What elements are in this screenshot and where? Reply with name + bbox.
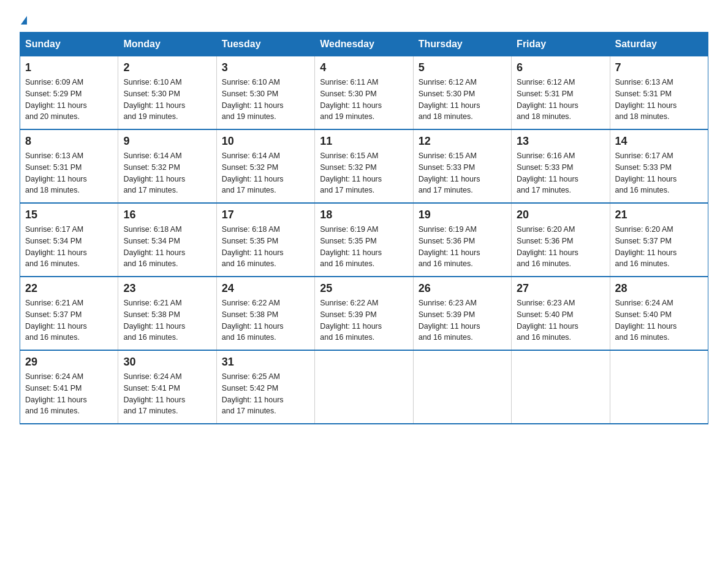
day-info: Sunrise: 6:19 AMSunset: 5:35 PMDaylight:… xyxy=(320,224,408,270)
calendar-header: SundayMondayTuesdayWednesdayThursdayFrid… xyxy=(20,33,708,56)
day-number: 3 xyxy=(222,61,309,74)
calendar-cell: 23Sunrise: 6:21 AMSunset: 5:38 PMDayligh… xyxy=(118,277,216,350)
header-day-sunday: Sunday xyxy=(20,33,118,56)
day-info: Sunrise: 6:18 AMSunset: 5:35 PMDaylight:… xyxy=(222,224,309,270)
calendar-body: 1Sunrise: 6:09 AMSunset: 5:29 PMDaylight… xyxy=(20,56,708,424)
day-number: 30 xyxy=(123,356,211,369)
day-info: Sunrise: 6:09 AMSunset: 5:29 PMDaylight:… xyxy=(25,77,113,123)
day-info: Sunrise: 6:24 AMSunset: 5:41 PMDaylight:… xyxy=(25,371,113,417)
day-number: 31 xyxy=(222,356,309,369)
header-day-wednesday: Wednesday xyxy=(315,33,413,56)
header-day-friday: Friday xyxy=(512,33,610,56)
day-info: Sunrise: 6:24 AMSunset: 5:41 PMDaylight:… xyxy=(123,371,211,417)
day-info: Sunrise: 6:14 AMSunset: 5:32 PMDaylight:… xyxy=(222,150,309,196)
day-info: Sunrise: 6:23 AMSunset: 5:39 PMDaylight:… xyxy=(419,297,506,343)
day-number: 10 xyxy=(222,135,309,148)
calendar-cell: 30Sunrise: 6:24 AMSunset: 5:41 PMDayligh… xyxy=(118,350,216,424)
logo-text xyxy=(20,15,27,25)
calendar-cell xyxy=(610,350,708,424)
day-info: Sunrise: 6:10 AMSunset: 5:30 PMDaylight:… xyxy=(123,77,211,123)
header-day-thursday: Thursday xyxy=(413,33,511,56)
calendar-cell: 31Sunrise: 6:25 AMSunset: 5:42 PMDayligh… xyxy=(216,350,314,424)
day-number: 5 xyxy=(419,61,506,74)
day-info: Sunrise: 6:25 AMSunset: 5:42 PMDaylight:… xyxy=(222,371,309,417)
calendar-cell: 7Sunrise: 6:13 AMSunset: 5:31 PMDaylight… xyxy=(610,56,708,130)
calendar-cell: 22Sunrise: 6:21 AMSunset: 5:37 PMDayligh… xyxy=(20,277,118,350)
calendar-cell: 12Sunrise: 6:15 AMSunset: 5:33 PMDayligh… xyxy=(413,129,511,203)
day-number: 20 xyxy=(517,209,604,221)
calendar-cell: 18Sunrise: 6:19 AMSunset: 5:35 PMDayligh… xyxy=(315,203,413,277)
day-number: 4 xyxy=(320,61,408,74)
calendar-cell: 15Sunrise: 6:17 AMSunset: 5:34 PMDayligh… xyxy=(20,203,118,277)
day-number: 28 xyxy=(615,282,703,295)
day-info: Sunrise: 6:13 AMSunset: 5:31 PMDaylight:… xyxy=(615,77,703,123)
day-number: 24 xyxy=(222,282,309,295)
calendar-cell: 21Sunrise: 6:20 AMSunset: 5:37 PMDayligh… xyxy=(610,203,708,277)
logo xyxy=(20,15,27,22)
day-info: Sunrise: 6:14 AMSunset: 5:32 PMDaylight:… xyxy=(123,150,211,196)
calendar-cell: 4Sunrise: 6:11 AMSunset: 5:30 PMDaylight… xyxy=(315,56,413,130)
day-info: Sunrise: 6:12 AMSunset: 5:30 PMDaylight:… xyxy=(419,77,506,123)
day-info: Sunrise: 6:11 AMSunset: 5:30 PMDaylight:… xyxy=(320,77,408,123)
day-info: Sunrise: 6:15 AMSunset: 5:32 PMDaylight:… xyxy=(320,150,408,196)
day-info: Sunrise: 6:21 AMSunset: 5:37 PMDaylight:… xyxy=(25,297,113,343)
week-row-1: 1Sunrise: 6:09 AMSunset: 5:29 PMDaylight… xyxy=(20,56,708,130)
calendar-cell: 16Sunrise: 6:18 AMSunset: 5:34 PMDayligh… xyxy=(118,203,216,277)
day-number: 8 xyxy=(25,135,113,148)
day-number: 17 xyxy=(222,209,309,221)
calendar-cell: 13Sunrise: 6:16 AMSunset: 5:33 PMDayligh… xyxy=(512,129,610,203)
calendar-cell: 14Sunrise: 6:17 AMSunset: 5:33 PMDayligh… xyxy=(610,129,708,203)
page-header xyxy=(20,15,708,22)
week-row-4: 22Sunrise: 6:21 AMSunset: 5:37 PMDayligh… xyxy=(20,277,708,350)
calendar-cell xyxy=(413,350,511,424)
calendar-cell: 20Sunrise: 6:20 AMSunset: 5:36 PMDayligh… xyxy=(512,203,610,277)
day-number: 23 xyxy=(123,282,211,295)
week-row-3: 15Sunrise: 6:17 AMSunset: 5:34 PMDayligh… xyxy=(20,203,708,277)
day-info: Sunrise: 6:22 AMSunset: 5:39 PMDaylight:… xyxy=(320,297,408,343)
day-number: 15 xyxy=(25,209,113,221)
day-info: Sunrise: 6:24 AMSunset: 5:40 PMDaylight:… xyxy=(615,297,703,343)
day-number: 13 xyxy=(517,135,604,148)
day-number: 26 xyxy=(419,282,506,295)
calendar-cell: 6Sunrise: 6:12 AMSunset: 5:31 PMDaylight… xyxy=(512,56,610,130)
day-number: 7 xyxy=(615,61,703,74)
day-number: 1 xyxy=(25,61,113,74)
header-row: SundayMondayTuesdayWednesdayThursdayFrid… xyxy=(20,33,708,56)
calendar-table: SundayMondayTuesdayWednesdayThursdayFrid… xyxy=(20,32,708,424)
day-number: 18 xyxy=(320,209,408,221)
day-number: 9 xyxy=(123,135,211,148)
day-info: Sunrise: 6:10 AMSunset: 5:30 PMDaylight:… xyxy=(222,77,309,123)
week-row-5: 29Sunrise: 6:24 AMSunset: 5:41 PMDayligh… xyxy=(20,350,708,424)
day-info: Sunrise: 6:23 AMSunset: 5:40 PMDaylight:… xyxy=(517,297,604,343)
calendar-cell: 3Sunrise: 6:10 AMSunset: 5:30 PMDaylight… xyxy=(216,56,314,130)
day-number: 22 xyxy=(25,282,113,295)
day-info: Sunrise: 6:12 AMSunset: 5:31 PMDaylight:… xyxy=(517,77,604,123)
calendar-cell: 2Sunrise: 6:10 AMSunset: 5:30 PMDaylight… xyxy=(118,56,216,130)
day-number: 2 xyxy=(123,61,211,74)
calendar-cell xyxy=(512,350,610,424)
calendar-cell: 17Sunrise: 6:18 AMSunset: 5:35 PMDayligh… xyxy=(216,203,314,277)
calendar-cell: 1Sunrise: 6:09 AMSunset: 5:29 PMDaylight… xyxy=(20,56,118,130)
day-info: Sunrise: 6:18 AMSunset: 5:34 PMDaylight:… xyxy=(123,224,211,270)
calendar-cell xyxy=(315,350,413,424)
calendar-cell: 8Sunrise: 6:13 AMSunset: 5:31 PMDaylight… xyxy=(20,129,118,203)
day-info: Sunrise: 6:17 AMSunset: 5:34 PMDaylight:… xyxy=(25,224,113,270)
week-row-2: 8Sunrise: 6:13 AMSunset: 5:31 PMDaylight… xyxy=(20,129,708,203)
calendar-cell: 27Sunrise: 6:23 AMSunset: 5:40 PMDayligh… xyxy=(512,277,610,350)
calendar-cell: 19Sunrise: 6:19 AMSunset: 5:36 PMDayligh… xyxy=(413,203,511,277)
calendar-cell: 5Sunrise: 6:12 AMSunset: 5:30 PMDaylight… xyxy=(413,56,511,130)
day-number: 14 xyxy=(615,135,703,148)
day-number: 29 xyxy=(25,356,113,369)
calendar-cell: 26Sunrise: 6:23 AMSunset: 5:39 PMDayligh… xyxy=(413,277,511,350)
day-number: 21 xyxy=(615,209,703,221)
day-info: Sunrise: 6:22 AMSunset: 5:38 PMDaylight:… xyxy=(222,297,309,343)
calendar-cell: 29Sunrise: 6:24 AMSunset: 5:41 PMDayligh… xyxy=(20,350,118,424)
calendar-cell: 25Sunrise: 6:22 AMSunset: 5:39 PMDayligh… xyxy=(315,277,413,350)
header-day-saturday: Saturday xyxy=(610,33,708,56)
calendar-cell: 24Sunrise: 6:22 AMSunset: 5:38 PMDayligh… xyxy=(216,277,314,350)
day-number: 6 xyxy=(517,61,604,74)
day-number: 27 xyxy=(517,282,604,295)
day-info: Sunrise: 6:21 AMSunset: 5:38 PMDaylight:… xyxy=(123,297,211,343)
logo-triangle-icon xyxy=(21,16,27,25)
day-info: Sunrise: 6:16 AMSunset: 5:33 PMDaylight:… xyxy=(517,150,604,196)
